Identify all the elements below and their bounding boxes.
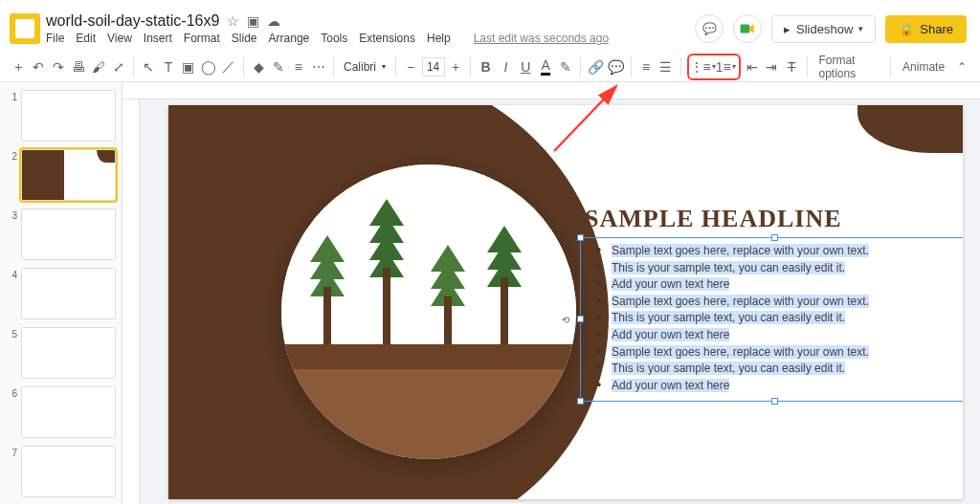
textbox-tool[interactable]: T	[160, 55, 178, 78]
canvas-area: SAMPLE HEADLINE ⟲ Sample text goes here,…	[122, 82, 980, 504]
menu-edit[interactable]: Edit	[76, 32, 96, 45]
resize-handle[interactable]	[771, 234, 778, 241]
slide-thumbnail[interactable]	[21, 386, 116, 438]
separator	[333, 57, 334, 77]
doc-title[interactable]: world-soil-day-static-16x9	[46, 12, 219, 30]
decrease-indent-button[interactable]: ⇤	[743, 55, 761, 78]
menu-tools[interactable]: Tools	[321, 32, 347, 45]
text-color-button[interactable]: A	[537, 55, 555, 78]
meet-button[interactable]	[733, 14, 762, 43]
slide-thumbnail[interactable]	[21, 90, 116, 142]
bullet-item[interactable]: Add your own text here	[590, 277, 960, 293]
chevron-down-icon: ▾	[858, 24, 863, 33]
toolbar: + ↶ ↷ 🖶 🖌 ⤢ ↖ T ▣ ◯ ／ ◆ ✎ ≡ ⋯ Calibri ▾ …	[0, 52, 980, 82]
format-options-button[interactable]: Format options	[813, 55, 884, 78]
select-tool[interactable]: ↖	[140, 55, 158, 78]
increase-indent-button[interactable]: ⇥	[763, 55, 781, 78]
menu-insert[interactable]: Insert	[144, 32, 172, 45]
clear-formatting-button[interactable]: T	[783, 55, 801, 78]
move-icon[interactable]: ▣	[247, 13, 259, 29]
resize-handle[interactable]	[771, 398, 778, 405]
menu-file[interactable]: File	[46, 32, 64, 45]
slide-headline[interactable]: SAMPLE HEADLINE	[585, 205, 842, 233]
font-family-label: Calibri	[344, 60, 376, 74]
resize-handle[interactable]	[577, 316, 584, 322]
thumb-number: 2	[6, 149, 17, 162]
highlight-color-button[interactable]: ✎	[557, 55, 575, 78]
filmstrip: 1234567	[0, 82, 122, 504]
menu-slide[interactable]: Slide	[232, 32, 257, 45]
menu-arrange[interactable]: Arrange	[269, 32, 310, 45]
bullet-item[interactable]: Sample text goes here, replace with your…	[590, 244, 960, 259]
cloud-icon[interactable]: ☁	[267, 13, 280, 29]
svg-rect-0	[741, 25, 750, 33]
redo-button[interactable]: ↷	[50, 55, 68, 78]
bullet-item[interactable]: This is your sample text, you can easily…	[590, 261, 960, 276]
menu-extensions[interactable]: Extensions	[359, 32, 415, 45]
bullet-item[interactable]: Sample text goes here, replace with your…	[590, 295, 960, 310]
rotate-handle-icon[interactable]: ⟲	[562, 315, 569, 325]
font-size-increase[interactable]: +	[447, 55, 465, 78]
last-edit-link[interactable]: Last edit was seconds ago	[474, 32, 609, 45]
title-bar: world-soil-day-static-16x9 ☆ ▣ ☁ File Ed…	[0, 0, 980, 52]
italic-button[interactable]: I	[497, 55, 515, 78]
text-box-selected[interactable]: ⟲ Sample text goes here, replace with yo…	[580, 237, 963, 402]
slideshow-button[interactable]: ▸ Slideshow ▾	[771, 15, 876, 43]
zoom-button[interactable]: ⤢	[109, 55, 127, 78]
play-icon: ▸	[784, 22, 791, 36]
slide-thumbnail[interactable]	[21, 446, 116, 497]
insert-link-button[interactable]: 🔗	[587, 55, 605, 78]
resize-handle[interactable]	[577, 234, 584, 241]
new-slide-button[interactable]: +	[10, 55, 28, 78]
bullet-list[interactable]: Sample text goes here, replace with your…	[581, 238, 963, 401]
menu-bar: File Edit View Insert Format Slide Arran…	[46, 32, 695, 45]
share-button[interactable]: 🔒 Share	[885, 15, 967, 43]
border-color-button[interactable]: ✎	[270, 55, 288, 78]
lock-icon: 🔒	[899, 22, 914, 36]
line-tool[interactable]: ／	[219, 55, 237, 78]
image-tool[interactable]: ▣	[180, 55, 198, 78]
bullet-item[interactable]: This is your sample text, you can easily…	[590, 362, 960, 377]
menu-help[interactable]: Help	[427, 32, 451, 45]
slide-thumbnail[interactable]	[21, 208, 116, 260]
bullet-item[interactable]: Add your own text here	[590, 328, 960, 343]
slide-canvas[interactable]: SAMPLE HEADLINE ⟲ Sample text goes here,…	[168, 105, 963, 499]
slide-thumbnail[interactable]	[21, 327, 116, 379]
collapse-toolbar-button[interactable]: ⌃	[952, 55, 970, 78]
slide-thumbnail[interactable]	[21, 149, 116, 201]
fill-color-button[interactable]: ◆	[250, 55, 268, 78]
slide-thumbnail[interactable]	[21, 268, 116, 319]
add-comment-button[interactable]: 💬	[607, 55, 625, 78]
thumb-number: 1	[6, 90, 17, 102]
bullet-item[interactable]: Sample text goes here, replace with your…	[590, 345, 960, 361]
align-button[interactable]: ≡	[637, 55, 656, 78]
shape-tool[interactable]: ◯	[199, 55, 217, 78]
bold-button[interactable]: B	[477, 55, 495, 78]
animate-button[interactable]: Animate	[897, 55, 950, 78]
title-block: world-soil-day-static-16x9 ☆ ▣ ☁ File Ed…	[46, 12, 695, 45]
resize-handle[interactable]	[577, 398, 584, 405]
font-family-select[interactable]: Calibri ▾	[340, 60, 390, 74]
bulleted-list-button[interactable]: ⋮≡▾	[691, 55, 714, 78]
thumb-number: 5	[6, 327, 17, 340]
numbered-list-button[interactable]: 1≡▾	[714, 55, 737, 78]
slides-logo-icon[interactable]	[10, 13, 40, 44]
menu-format[interactable]: Format	[184, 32, 220, 45]
comments-button[interactable]: 💬	[695, 14, 724, 43]
undo-button[interactable]: ↶	[30, 55, 48, 78]
font-size-input[interactable]: 14	[422, 57, 445, 77]
line-spacing-button[interactable]: ☰	[657, 55, 676, 78]
star-icon[interactable]: ☆	[227, 13, 239, 29]
separator	[890, 57, 891, 77]
bullet-item[interactable]: Add your own text here	[590, 379, 960, 394]
underline-button[interactable]: U	[517, 55, 535, 78]
border-weight-button[interactable]: ≡	[290, 55, 308, 78]
print-button[interactable]: 🖶	[70, 55, 88, 78]
thumb-number: 4	[6, 268, 17, 280]
border-dash-button[interactable]: ⋯	[309, 55, 327, 78]
bullet-item[interactable]: This is your sample text, you can easily…	[590, 311, 960, 326]
font-size-decrease[interactable]: −	[402, 55, 420, 78]
menu-view[interactable]: View	[107, 32, 132, 45]
paint-format-button[interactable]: 🖌	[89, 55, 107, 78]
separator	[243, 57, 244, 77]
